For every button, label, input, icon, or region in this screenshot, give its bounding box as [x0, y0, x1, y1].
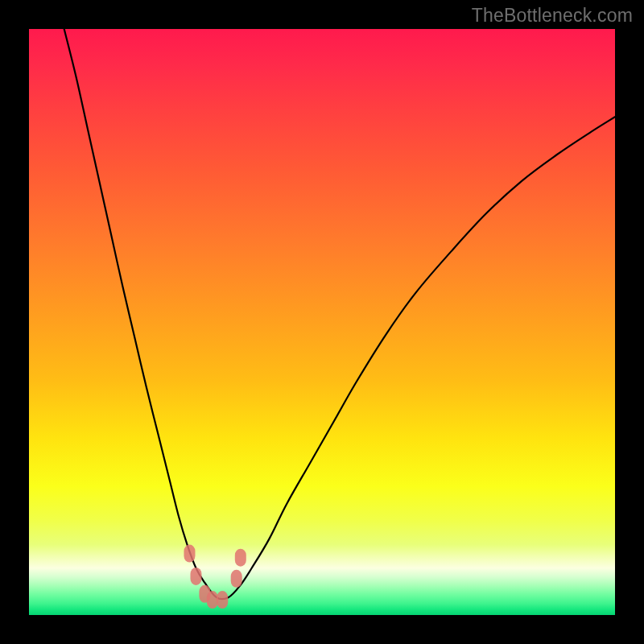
marker-left-start: [184, 545, 195, 563]
marker-right-up: [235, 549, 246, 567]
watermark-text: TheBottleneck.com: [472, 5, 633, 27]
bottleneck-curve: [64, 29, 615, 599]
plot-area: [29, 29, 615, 615]
curve-markers: [184, 545, 246, 609]
marker-bottom-3: [217, 591, 228, 609]
curve-svg: [29, 29, 615, 615]
marker-bottom-2: [207, 591, 218, 609]
marker-left-mid: [190, 568, 201, 585]
chart-frame: TheBottleneck.com: [0, 0, 644, 644]
marker-right-start: [231, 570, 242, 588]
